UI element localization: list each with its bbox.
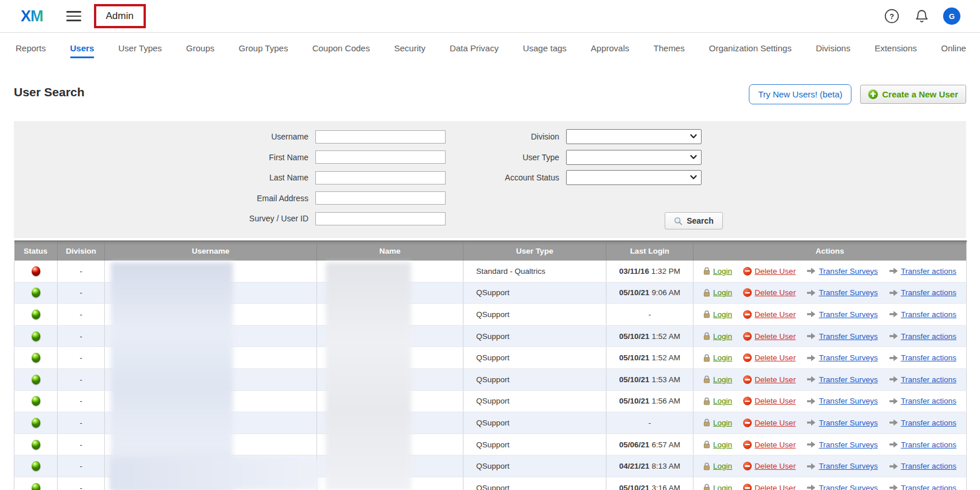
arrow-right-icon (889, 311, 898, 318)
transfer-actions-link[interactable]: Transfer actions (889, 267, 956, 276)
nav-tab-groups[interactable]: Groups (186, 33, 214, 63)
status-icon (32, 375, 40, 385)
transfer-surveys-link[interactable]: Transfer Surveys (806, 267, 877, 276)
nav-tab-data-privacy[interactable]: Data Privacy (450, 33, 499, 63)
search-button[interactable]: Search (665, 212, 723, 229)
nav-tab-online[interactable]: Online (941, 33, 966, 63)
arrow-right-icon (889, 419, 898, 426)
search-icon (674, 217, 683, 225)
delete-user-link[interactable]: Delete User (743, 375, 796, 384)
transfer-actions-link[interactable]: Transfer actions (889, 375, 956, 384)
nav-tab-extensions[interactable]: Extensions (875, 33, 917, 63)
transfer-actions-link[interactable]: Transfer actions (889, 288, 956, 297)
table-row: - QSupport - Login Delete User (14, 412, 967, 434)
transfer-surveys-link[interactable]: Transfer Surveys (806, 288, 877, 297)
transfer-actions-link[interactable]: Transfer actions (889, 397, 956, 405)
nav-tabs: ReportsUsersUser TypesGroupsGroup TypesC… (0, 33, 980, 63)
transfer-surveys-link[interactable]: Transfer Surveys (806, 332, 877, 341)
arrow-right-icon (806, 333, 816, 340)
nav-tab-themes[interactable]: Themes (654, 33, 685, 63)
email-address-label: Email Address (14, 194, 315, 203)
transfer-surveys-link[interactable]: Transfer Surveys (806, 419, 877, 427)
login-link[interactable]: Login (703, 397, 732, 405)
nav-tab-users[interactable]: Users (70, 33, 95, 63)
transfer-actions-link[interactable]: Transfer actions (889, 462, 956, 470)
transfer-actions-link[interactable]: Transfer actions (889, 484, 956, 490)
delete-user-link[interactable]: Delete User (743, 288, 796, 297)
login-link[interactable]: Login (703, 375, 732, 384)
delete-user-link[interactable]: Delete User (743, 267, 796, 276)
hamburger-menu-icon[interactable] (66, 11, 81, 21)
division-cell: - (58, 304, 105, 326)
user-type-select[interactable] (566, 150, 702, 165)
nav-tab-divisions[interactable]: Divisions (816, 33, 850, 63)
status-icon (32, 353, 40, 363)
nav-tab-group-types[interactable]: Group Types (239, 33, 288, 63)
help-icon[interactable]: ? (883, 7, 900, 25)
login-link[interactable]: Login (703, 419, 732, 427)
arrow-right-icon (889, 463, 898, 470)
login-link[interactable]: Login (703, 484, 732, 490)
create-new-user-button[interactable]: Create a New User (860, 85, 966, 104)
nav-tab-approvals[interactable]: Approvals (591, 33, 630, 63)
transfer-surveys-link[interactable]: Transfer Surveys (806, 462, 877, 470)
division-select[interactable] (566, 129, 702, 144)
login-link[interactable]: Login (703, 267, 732, 276)
login-link[interactable]: Login (703, 288, 732, 297)
delete-user-link[interactable]: Delete User (743, 310, 796, 319)
username-cell (105, 412, 317, 434)
login-link[interactable]: Login (703, 462, 732, 470)
transfer-surveys-link[interactable]: Transfer Surveys (806, 310, 877, 319)
users-table-header-row: StatusDivisionUsernameNameUser TypeLast … (14, 242, 967, 261)
transfer-surveys-link[interactable]: Transfer Surveys (806, 484, 877, 490)
delete-user-link[interactable]: Delete User (743, 353, 796, 362)
delete-user-link[interactable]: Delete User (743, 397, 796, 405)
division-cell: - (58, 368, 105, 390)
transfer-surveys-link[interactable]: Transfer Surveys (806, 440, 877, 449)
last-login-cell: 05/10/21 1:52 AM (606, 347, 693, 369)
delete-user-link[interactable]: Delete User (743, 462, 796, 470)
transfer-actions-link[interactable]: Transfer actions (889, 353, 956, 362)
nav-tab-reports[interactable]: Reports (16, 33, 46, 63)
delete-user-link[interactable]: Delete User (743, 440, 796, 449)
username-cell (105, 434, 317, 455)
nav-tab-user-types[interactable]: User Types (118, 33, 162, 63)
transfer-surveys-link[interactable]: Transfer Surveys (806, 353, 877, 362)
transfer-surveys-link[interactable]: Transfer Surveys (806, 397, 877, 405)
table-row: - Standard - Qualtrics 03/11/16 1:32 PM … (14, 261, 967, 282)
nav-tab-organization-settings[interactable]: Organization Settings (709, 33, 791, 63)
login-link[interactable]: Login (703, 332, 732, 341)
notifications-bell-icon[interactable] (913, 7, 930, 25)
users-table: StatusDivisionUsernameNameUser TypeLast … (14, 240, 967, 490)
nav-tab-usage-tags[interactable]: Usage tags (523, 33, 567, 63)
transfer-actions-link[interactable]: Transfer actions (889, 419, 956, 427)
try-new-users-button[interactable]: Try New Users! (beta) (749, 84, 851, 104)
last-login-cell: 05/10/21 1:56 AM (606, 390, 693, 412)
column-header-status: Status (14, 242, 58, 261)
login-link[interactable]: Login (703, 440, 732, 449)
login-link[interactable]: Login (703, 310, 732, 319)
login-link[interactable]: Login (703, 353, 732, 362)
column-header-username: Username (105, 242, 317, 261)
survey-user-id-input[interactable] (315, 212, 446, 225)
delete-user-link[interactable]: Delete User (743, 332, 796, 341)
last-login-cell: - (606, 304, 693, 326)
name-cell (317, 434, 463, 455)
user-type-cell: QSupport (463, 477, 606, 490)
transfer-surveys-link[interactable]: Transfer Surveys (806, 375, 877, 384)
username-cell (105, 325, 317, 347)
nav-tab-coupon-codes[interactable]: Coupon Codes (312, 33, 370, 63)
nav-tab-security[interactable]: Security (394, 33, 425, 63)
table-row: - QSupport 04/21/21 8:13 AM Login Delete… (14, 455, 967, 477)
arrow-right-icon (889, 289, 898, 296)
transfer-actions-link[interactable]: Transfer actions (889, 332, 956, 341)
username-cell (105, 261, 317, 282)
transfer-actions-link[interactable]: Transfer actions (889, 310, 956, 319)
delete-user-link[interactable]: Delete User (743, 419, 796, 427)
account-status-select[interactable] (566, 170, 702, 185)
app-title-highlighted[interactable]: Admin (94, 4, 146, 28)
email-address-input[interactable] (315, 191, 446, 205)
delete-user-link[interactable]: Delete User (743, 484, 796, 490)
transfer-actions-link[interactable]: Transfer actions (889, 440, 956, 449)
user-avatar[interactable]: G (943, 7, 960, 25)
